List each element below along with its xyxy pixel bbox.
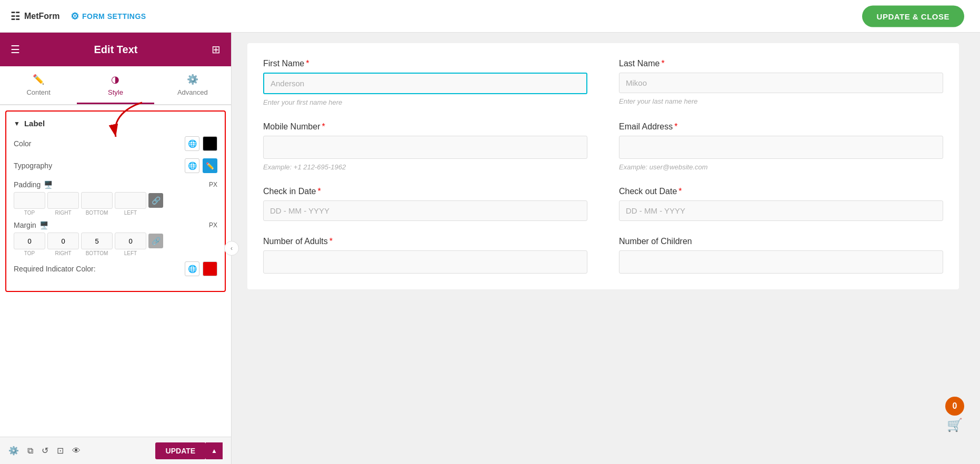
padding-inputs: 🔗	[14, 192, 217, 209]
tab-advanced[interactable]: ⚙️ Advanced	[154, 74, 231, 104]
required-globe-icon[interactable]: 🌐	[185, 261, 199, 276]
padding-unit[interactable]: PX	[209, 181, 217, 188]
check-out-date-input[interactable]: DD - MM - YYYY	[619, 200, 943, 221]
update-button[interactable]: UPDATE	[155, 442, 206, 459]
mobile-number-input[interactable]	[263, 136, 587, 159]
margin-bottom-label: BOTTOM	[81, 250, 113, 256]
padding-link-btn[interactable]: 🔗	[148, 193, 163, 208]
email-address-input[interactable]	[619, 136, 943, 159]
layers-icon[interactable]: ⧉	[27, 446, 33, 456]
field-email-address: Email Address* Example: user@website.com	[619, 122, 943, 171]
color-label: Color	[14, 139, 31, 148]
required-indicator-row: Required Indicator Color: 🌐	[14, 261, 217, 276]
margin-right-input[interactable]	[47, 233, 79, 249]
margin-right-label: RIGHT	[47, 250, 79, 256]
check-out-date-label: Check out Date*	[619, 187, 943, 196]
panel-content: ▼ Label Color 🌐 Typography 🌐 ✏	[0, 105, 231, 437]
tab-style-label: Style	[108, 88, 123, 96]
email-address-label: Email Address*	[619, 122, 943, 132]
margin-left-input[interactable]	[115, 233, 146, 249]
collapse-toggle[interactable]: ‹	[224, 241, 239, 256]
typography-edit-btn[interactable]: ✏️	[203, 158, 217, 173]
cart-icon[interactable]: 🛒	[947, 418, 963, 432]
cart-badge[interactable]: 0	[945, 397, 964, 416]
margin-top-input[interactable]	[14, 233, 45, 249]
padding-bottom-label: BOTTOM	[81, 210, 113, 216]
color-globe-icon[interactable]: 🌐	[185, 136, 199, 151]
padding-right-input[interactable]	[47, 192, 79, 209]
settings-icon[interactable]: ⚙️	[8, 446, 19, 456]
margin-label: Margin	[14, 221, 36, 229]
hamburger-icon[interactable]: ☰	[11, 43, 20, 56]
margin-bottom-input[interactable]	[81, 233, 113, 249]
typography-globe-icon[interactable]: 🌐	[185, 158, 199, 173]
top-bar-left: ☷ MetForm ⚙ FORM SETTINGS	[11, 10, 146, 23]
check-in-required-star: *	[318, 187, 321, 196]
padding-left-label: LEFT	[115, 210, 146, 216]
check-in-date-label: Check in Date*	[263, 187, 587, 196]
margin-link-btn[interactable]: 🔗	[148, 234, 163, 248]
padding-label: Padding	[14, 180, 41, 189]
number-of-adults-label: Number of Adults*	[263, 237, 587, 246]
panel-header: ☰ Edit Text ⊞	[0, 33, 231, 66]
mobile-required-star: *	[322, 122, 325, 131]
first-name-required-star: *	[306, 59, 309, 68]
gear-icon: ⚙	[71, 11, 79, 22]
padding-left-input[interactable]	[115, 192, 146, 209]
typography-label: Typography	[14, 162, 52, 170]
check-in-date-input[interactable]: DD - MM - YYYY	[263, 200, 587, 221]
last-name-label: Last Name*	[619, 59, 943, 68]
last-name-required-star: *	[661, 59, 664, 68]
color-swatch[interactable]	[203, 136, 217, 151]
padding-label-row: Padding 🖥️ PX	[14, 180, 217, 189]
field-number-of-children: Number of Children	[619, 237, 943, 274]
color-controls: 🌐	[185, 136, 217, 151]
adults-required-star: *	[329, 237, 333, 246]
typography-row: Typography 🌐 ✏️	[14, 158, 217, 173]
field-first-name: First Name* Anderson Enter your first na…	[263, 59, 587, 106]
first-name-hint: Enter your first name here	[263, 98, 587, 106]
form-settings-button[interactable]: ⚙ FORM SETTINGS	[71, 11, 146, 22]
field-number-of-adults: Number of Adults*	[263, 237, 587, 274]
panel-title: Edit Text	[94, 44, 138, 56]
tabs: ✏️ Content ◑ Style ⚙️ Advanced	[0, 66, 231, 105]
update-dropdown-arrow[interactable]: ▲	[206, 442, 223, 459]
eye-icon[interactable]: 👁	[72, 446, 81, 456]
responsive-icon[interactable]: ⊡	[57, 446, 64, 456]
margin-label-group: Margin 🖥️	[14, 221, 48, 229]
grid-icon[interactable]: ⊞	[212, 43, 221, 56]
padding-top-input[interactable]	[14, 192, 45, 209]
update-group: UPDATE ▲	[150, 442, 223, 459]
padding-input-labels: TOP RIGHT BOTTOM LEFT	[14, 210, 217, 216]
mobile-number-hint: Example: +1 212-695-1962	[263, 163, 587, 171]
last-name-input[interactable]: Mikoo	[619, 73, 943, 93]
margin-inputs: 🔗	[14, 233, 217, 249]
update-close-button[interactable]: UPDATE & CLOSE	[862, 5, 964, 27]
number-of-children-input[interactable]	[619, 250, 943, 274]
padding-bottom-input[interactable]	[81, 192, 113, 209]
check-out-required-star: *	[678, 187, 682, 196]
tab-advanced-label: Advanced	[177, 88, 208, 96]
advanced-icon: ⚙️	[187, 74, 198, 85]
section-label-text: Label	[24, 119, 45, 128]
first-name-label: First Name*	[263, 59, 587, 68]
style-icon: ◑	[111, 74, 119, 85]
padding-label-group: Padding 🖥️	[14, 180, 53, 189]
required-indicator-controls: 🌐	[185, 261, 217, 276]
number-of-adults-input[interactable]	[263, 250, 587, 274]
email-address-hint: Example: user@website.com	[619, 163, 943, 171]
margin-input-labels: TOP RIGHT BOTTOM LEFT	[14, 250, 217, 256]
arrow-svg	[95, 100, 158, 142]
required-color-swatch[interactable]	[203, 261, 217, 276]
margin-monitor-icon: 🖥️	[39, 221, 48, 229]
left-panel: ☰ Edit Text ⊞ ✏️ Content ◑ Style ⚙️ Adva…	[0, 33, 232, 464]
first-name-input[interactable]: Anderson	[263, 73, 587, 94]
field-check-in-date: Check in Date* DD - MM - YYYY	[263, 187, 587, 221]
margin-label-row: Margin 🖥️ PX	[14, 221, 217, 229]
margin-unit[interactable]: PX	[209, 221, 217, 229]
metform-logo-icon: ☷	[11, 10, 20, 23]
required-indicator-label: Required Indicator Color:	[14, 265, 96, 273]
tab-content[interactable]: ✏️ Content	[0, 74, 77, 104]
field-mobile-number: Mobile Number* Example: +1 212-695-1962	[263, 122, 587, 171]
history-icon[interactable]: ↺	[42, 446, 48, 456]
